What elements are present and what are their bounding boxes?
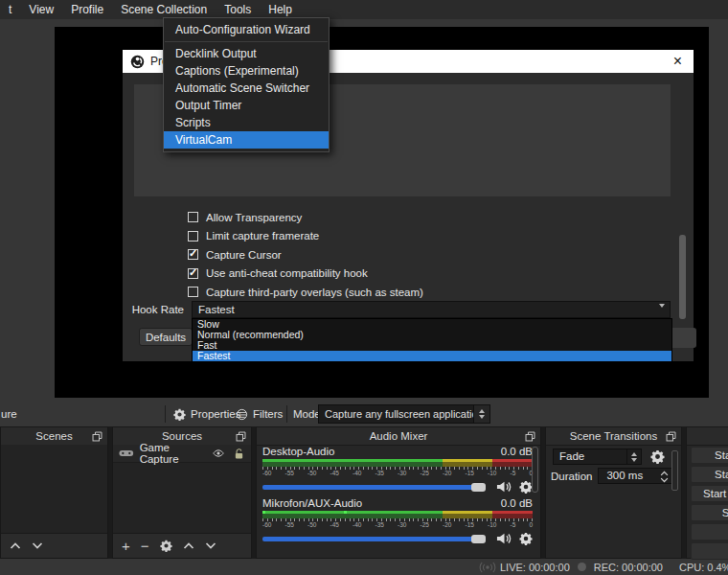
dock-area: Scenes Sources Game Capture — [0, 426, 728, 559]
hook-rate-dropdown: Slow Normal (recommended) Fast Fastest — [192, 318, 672, 362]
checkbox-row[interactable]: Allow Transparency — [188, 208, 423, 227]
gear-icon — [173, 408, 186, 421]
checkbox-label: Capture third-party overlays (such as st… — [206, 287, 423, 298]
checkbox-row[interactable]: Limit capture framerate — [188, 227, 423, 246]
tools-menu-item[interactable]: Scripts — [164, 114, 329, 131]
tools-menu-item[interactable]: Decklink Output — [164, 45, 329, 62]
hook-rate-value: Fastest — [198, 304, 235, 315]
scenes-panel: Scenes — [0, 426, 108, 559]
duration-row: Duration 300 ms — [551, 468, 672, 484]
checkbox-row[interactable]: Use anti-cheat compatibility hook — [188, 264, 423, 284]
status-bar: LIVE: 00:00:00 REC: 00:00:00 CPU: 0.4%, … — [0, 559, 728, 575]
control-button[interactable]: Exit — [691, 542, 728, 560]
mode-select[interactable]: Capture any fullscreen application — [318, 404, 490, 424]
properties-button[interactable]: Properties — [173, 405, 240, 423]
meter-tick-label: -10 — [488, 470, 496, 477]
meter-tick-label: 0 — [529, 521, 533, 529]
move-down-icon[interactable] — [205, 541, 216, 550]
control-button[interactable]: Start Streaming — [691, 447, 728, 464]
scenes-panel-title: Scenes — [35, 430, 72, 442]
menu-bar-item[interactable]: Help — [260, 0, 301, 19]
scenes-panel-header: Scenes — [1, 427, 107, 446]
move-up-icon[interactable] — [10, 541, 21, 550]
lock-open-icon[interactable] — [233, 448, 245, 460]
popout-icon[interactable] — [665, 430, 677, 443]
meter-tick-label: -55 — [285, 521, 294, 529]
checkbox[interactable] — [188, 212, 198, 222]
popout-icon[interactable] — [235, 430, 247, 443]
meter-tick-label: -5 — [511, 470, 516, 477]
duration-spinner[interactable]: 300 ms — [598, 468, 672, 484]
popout-icon[interactable] — [91, 430, 103, 443]
tools-menu-item[interactable]: VirtualCam — [164, 131, 329, 149]
add-source-button[interactable]: + — [122, 539, 130, 553]
close-icon[interactable]: × — [673, 54, 686, 69]
filters-button[interactable]: Filters — [236, 405, 283, 423]
menu-bar-item[interactable]: Scene Collection — [112, 0, 216, 19]
checkbox[interactable] — [188, 249, 198, 260]
controls-header: Controls — [687, 427, 728, 446]
mode-value: Capture any fullscreen application — [319, 408, 473, 420]
channel-gear-icon[interactable] — [519, 480, 533, 494]
menu-bar-item[interactable]: Profile — [62, 0, 112, 19]
move-up-icon[interactable] — [183, 541, 194, 550]
mixer-scrollbar[interactable] — [532, 447, 538, 493]
spinner-arrows-icon[interactable] — [660, 471, 669, 483]
clipped-source-label: ure — [1, 408, 17, 420]
control-button[interactable]: Studio Mode — [691, 504, 728, 521]
dropdown-option[interactable]: Fastest — [193, 351, 671, 361]
broadcast-icon — [479, 562, 496, 573]
checkbox[interactable] — [188, 287, 198, 297]
menu-bar-item[interactable]: t — [0, 0, 20, 19]
channel-name: Mikrofon/AUX-Audio — [262, 497, 362, 510]
transition-row: Fade — [553, 448, 665, 465]
audio-mixer-title: Audio Mixer — [370, 430, 428, 442]
checkbox[interactable] — [188, 231, 198, 242]
sources-list: Game Capture — [113, 445, 251, 534]
tools-menu-item[interactable]: Auto-Configuration Wizard — [164, 21, 329, 38]
transition-select[interactable]: Fade — [553, 448, 627, 465]
volume-slider-handle[interactable] — [471, 535, 486, 543]
tools-menu-item[interactable]: Captions (Experimental) — [164, 62, 329, 80]
popout-icon[interactable] — [524, 430, 536, 443]
toolbar-separator — [286, 405, 287, 423]
checkbox-row[interactable]: Capture Cursor — [188, 245, 423, 264]
menu-bar-item[interactable]: Tools — [216, 0, 260, 19]
channel-gear-icon[interactable] — [519, 532, 533, 545]
menu-bar-item[interactable]: View — [20, 0, 62, 19]
eye-icon[interactable] — [212, 448, 225, 459]
volume-slider-handle[interactable] — [471, 483, 486, 492]
control-button[interactable]: Settings — [691, 523, 728, 540]
control-button[interactable]: Start Virtual Camera — [691, 485, 728, 502]
tools-menu-item[interactable]: Output Timer — [164, 97, 329, 114]
meter-tick-label: -15 — [466, 470, 474, 477]
move-down-icon[interactable] — [32, 541, 43, 550]
defaults-button[interactable]: Defaults — [139, 328, 193, 346]
scene-transitions-panel: Scene Transitions Fade Duration 300 ms — [545, 426, 682, 559]
chevron-updown-icon[interactable] — [627, 448, 642, 465]
hook-rate-select[interactable]: Fastest — [192, 301, 671, 318]
record-dot-icon — [578, 563, 586, 571]
checkbox[interactable] — [188, 268, 198, 279]
volume-slider-track[interactable] — [262, 485, 475, 490]
dropdown-option[interactable]: Normal (recommended) — [193, 330, 671, 340]
control-button[interactable]: Start Recording — [691, 466, 728, 483]
tools-menu-item[interactable]: Automatic Scene Switcher — [164, 80, 329, 97]
dropdown-option[interactable]: Fast — [193, 340, 671, 351]
source-properties-gear-icon[interactable] — [160, 540, 172, 552]
volume-slider-track[interactable] — [262, 537, 475, 541]
meter-tick-label: -45 — [330, 521, 339, 529]
source-row[interactable]: Game Capture — [113, 445, 251, 463]
dialog-scrollbar[interactable] — [679, 235, 686, 319]
scenes-list[interactable] — [1, 445, 107, 534]
meter-tick-label: -50 — [307, 521, 316, 529]
remove-source-button[interactable]: − — [141, 539, 149, 553]
speaker-icon[interactable] — [496, 480, 512, 494]
properties-button-label: Properties — [191, 408, 240, 420]
checkbox-label: Allow Transparency — [206, 212, 302, 223]
transitions-scrollbar[interactable] — [671, 450, 678, 491]
filters-button-label: Filters — [253, 408, 283, 420]
checkbox-row[interactable]: Capture third-party overlays (such as st… — [188, 283, 423, 302]
speaker-icon[interactable] — [496, 532, 512, 545]
transition-gear-icon[interactable] — [650, 449, 665, 464]
